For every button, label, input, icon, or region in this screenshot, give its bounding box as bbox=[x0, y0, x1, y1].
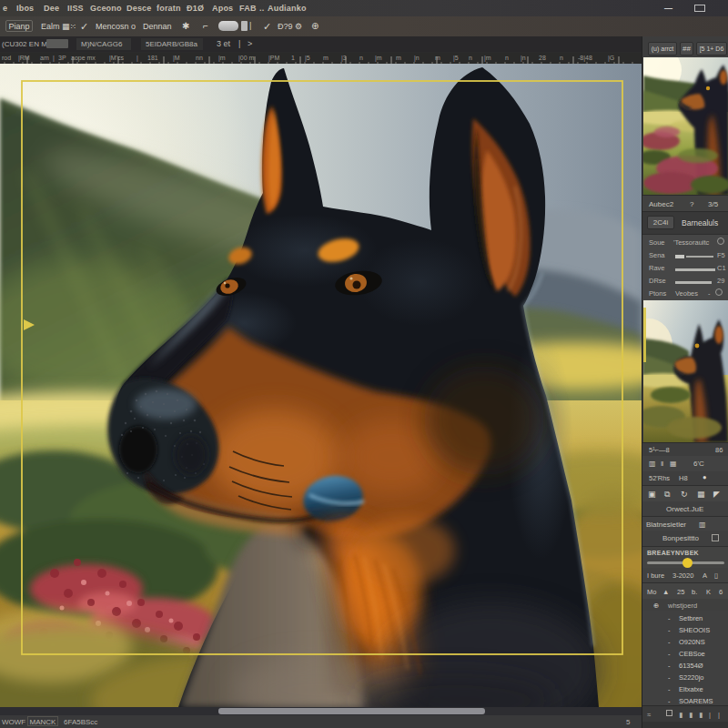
svg-text:|m: |m bbox=[484, 55, 491, 62]
svg-text:3P: 3P bbox=[58, 55, 66, 61]
svg-text:nn: nn bbox=[196, 55, 203, 61]
svg-text:1: 1 bbox=[291, 55, 295, 61]
svg-text:|n: |n bbox=[521, 55, 526, 62]
svg-text:|5: |5 bbox=[305, 55, 310, 62]
svg-text:aope mx: aope mx bbox=[71, 55, 96, 62]
svg-text:|n: |n bbox=[414, 55, 420, 62]
svg-text:|: | bbox=[136, 55, 138, 62]
svg-text:n: n bbox=[469, 55, 472, 61]
svg-text:rod: rod bbox=[2, 55, 11, 61]
svg-text:181: 181 bbox=[147, 55, 158, 61]
svg-text:28: 28 bbox=[539, 55, 546, 61]
svg-text:|PM: |PM bbox=[268, 55, 279, 62]
svg-text:|m: |m bbox=[218, 55, 226, 62]
svg-text:|G: |G bbox=[608, 55, 614, 62]
svg-text:|m: |m bbox=[375, 55, 382, 62]
svg-text:|: | bbox=[53, 55, 55, 62]
svg-text:m: m bbox=[396, 55, 401, 61]
svg-text:m: m bbox=[435, 55, 440, 61]
svg-text:n: n bbox=[560, 55, 563, 61]
svg-text:|M'cs: |M'cs bbox=[109, 55, 124, 62]
svg-text:|00 m: |00 m bbox=[238, 55, 255, 62]
svg-text:|5: |5 bbox=[453, 55, 459, 62]
svg-text:|M: |M bbox=[173, 55, 180, 62]
svg-text:n: n bbox=[505, 55, 509, 61]
svg-text:-8|48: -8|48 bbox=[578, 55, 592, 62]
svg-text:n: n bbox=[359, 55, 363, 61]
svg-text:m: m bbox=[323, 55, 329, 61]
svg-text:|RM: |RM bbox=[18, 55, 30, 62]
svg-text:am: am bbox=[40, 55, 49, 61]
svg-text:|3: |3 bbox=[341, 55, 347, 62]
